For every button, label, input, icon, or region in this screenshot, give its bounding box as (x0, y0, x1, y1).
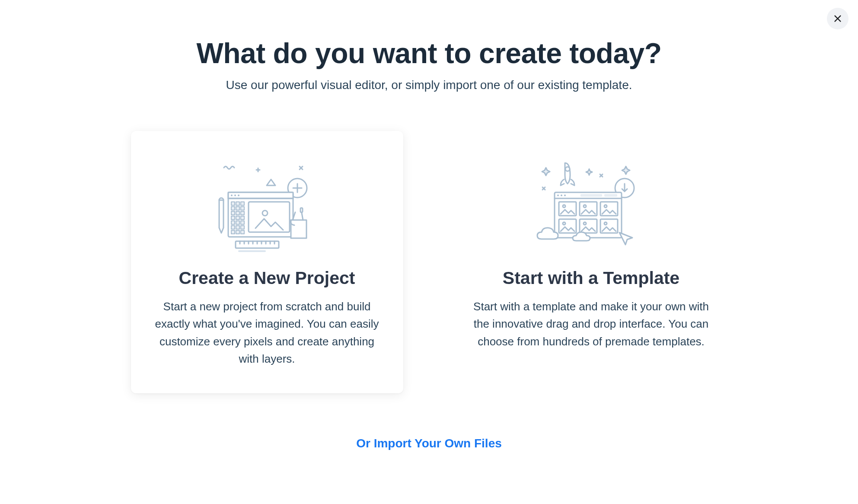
svg-point-50 (561, 195, 562, 196)
svg-rect-18 (231, 216, 235, 220)
close-icon (833, 14, 842, 23)
svg-rect-21 (231, 221, 235, 224)
svg-rect-33 (300, 208, 303, 212)
svg-point-51 (564, 195, 566, 196)
svg-point-6 (234, 195, 236, 196)
svg-rect-32 (291, 220, 306, 238)
svg-rect-28 (236, 230, 239, 234)
import-own-files-link[interactable]: Or Import Your Own Files (105, 437, 753, 450)
card-title-template: Start with a Template (472, 268, 710, 288)
card-description-template: Start with a template and make it your o… (472, 298, 710, 350)
svg-rect-11 (241, 202, 244, 205)
card-new-project[interactable]: Create a New Project Start a new project… (131, 131, 403, 393)
svg-rect-20 (241, 216, 244, 220)
svg-rect-10 (236, 202, 239, 205)
svg-rect-16 (236, 211, 239, 215)
svg-rect-53 (604, 194, 617, 197)
close-button[interactable] (827, 8, 848, 29)
svg-point-7 (238, 195, 239, 196)
svg-point-5 (231, 195, 233, 196)
svg-rect-25 (236, 226, 239, 229)
template-illustration (472, 155, 710, 254)
card-template[interactable]: Start with a Template Start with a templ… (455, 131, 727, 393)
svg-rect-24 (231, 226, 235, 229)
svg-rect-30 (249, 202, 290, 232)
page-subtitle: Use our powerful visual editor, or simpl… (105, 78, 753, 92)
svg-point-45 (565, 167, 570, 171)
create-dialog: What do you want to create today? Use ou… (105, 0, 753, 450)
svg-rect-19 (236, 216, 239, 220)
svg-rect-13 (236, 207, 239, 210)
card-title-new-project: Create a New Project (148, 268, 386, 288)
svg-rect-17 (241, 211, 244, 215)
svg-rect-12 (231, 207, 235, 210)
svg-rect-14 (241, 207, 244, 210)
svg-rect-22 (236, 221, 239, 224)
option-cards: Create a New Project Start a new project… (105, 131, 753, 393)
page-title: What do you want to create today? (105, 37, 753, 70)
card-description-new-project: Start a new project from scratch and bui… (148, 298, 386, 367)
svg-rect-15 (231, 211, 235, 215)
svg-rect-26 (241, 226, 244, 229)
svg-rect-23 (241, 221, 244, 224)
svg-rect-29 (241, 230, 244, 234)
new-project-illustration (148, 155, 386, 254)
svg-rect-27 (231, 230, 235, 234)
svg-point-49 (557, 195, 559, 196)
svg-rect-9 (231, 202, 235, 205)
svg-rect-52 (581, 194, 602, 197)
